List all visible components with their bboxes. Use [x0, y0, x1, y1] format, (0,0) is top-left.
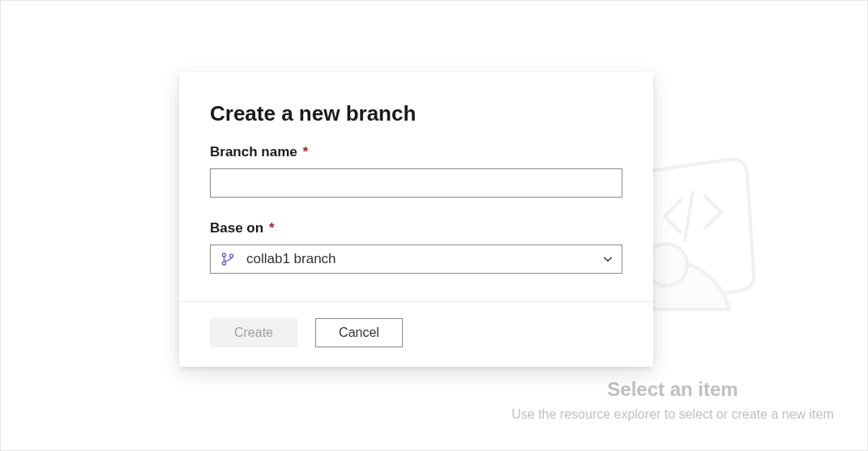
- base-on-select[interactable]: collab1 branch: [210, 245, 622, 274]
- svg-point-1: [222, 253, 225, 257]
- branch-name-label-text: Branch name: [210, 144, 297, 160]
- svg-point-3: [229, 254, 233, 257]
- create-button[interactable]: Create: [210, 318, 297, 347]
- svg-point-2: [222, 262, 225, 265]
- empty-state-sub: Use the resource explorer to select or c…: [511, 407, 834, 422]
- git-branch-icon: [220, 252, 235, 266]
- chevron-down-icon: [602, 253, 614, 265]
- required-mark: *: [269, 220, 275, 236]
- required-mark: *: [302, 144, 308, 160]
- dialog-footer: Create Cancel: [179, 301, 653, 367]
- base-on-selected-value: collab1 branch: [246, 251, 602, 267]
- dialog-title: Create a new branch: [210, 101, 622, 126]
- branch-name-label: Branch name *: [210, 144, 622, 160]
- empty-state-heading: Select an item: [607, 378, 738, 401]
- dialog-body: Create a new branch Branch name * Base o…: [179, 72, 653, 301]
- cancel-button[interactable]: Cancel: [315, 318, 403, 347]
- branch-name-field: Branch name *: [210, 144, 622, 198]
- base-on-label-text: Base on: [210, 220, 263, 236]
- create-branch-dialog: Create a new branch Branch name * Base o…: [179, 72, 653, 367]
- branch-name-input[interactable]: [210, 168, 622, 198]
- base-on-label: Base on *: [210, 220, 622, 236]
- base-on-field: Base on * collab1 branch: [210, 220, 622, 274]
